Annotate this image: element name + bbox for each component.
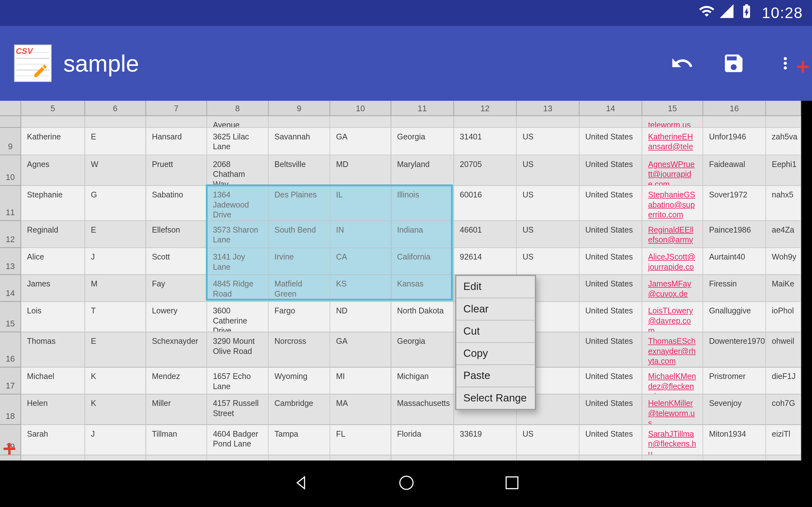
cell[interactable]: J — [85, 425, 146, 455]
cell[interactable]: US — [517, 248, 579, 275]
row-header[interactable]: 16 — [0, 332, 21, 367]
cell[interactable]: Pruett — [146, 155, 207, 186]
cell[interactable]: MichaelKMendez@fleckens.hu — [642, 367, 703, 394]
cell[interactable]: James — [21, 275, 85, 302]
cell[interactable]: MA — [330, 394, 391, 425]
cell[interactable]: Dowentere1970 — [703, 332, 766, 367]
cell[interactable]: 1657 Echo Lane — [207, 367, 269, 394]
cell[interactable]: KatherineEHansard@teleworm.us — [642, 128, 703, 155]
cell[interactable]: Avenue — [207, 116, 269, 128]
cell[interactable]: Faideawal — [703, 155, 766, 186]
cell[interactable]: Fargo — [269, 302, 330, 332]
cell[interactable] — [85, 116, 146, 128]
row-header[interactable]: 11 — [0, 186, 21, 221]
cell[interactable]: eiziTl — [766, 425, 801, 455]
cell[interactable]: 3625 Lilac Lane — [207, 128, 269, 155]
cell[interactable]: teleworm.us — [642, 116, 703, 128]
add-column-button[interactable] — [795, 59, 811, 75]
cell[interactable]: US — [517, 186, 579, 221]
cell[interactable]: Fay — [146, 275, 207, 302]
cell[interactable]: North Dakota — [391, 302, 454, 332]
cell[interactable]: Aurtaint40 — [703, 248, 766, 275]
cell[interactable]: Ellefson — [146, 221, 207, 248]
cell[interactable]: Schexnayder — [146, 332, 207, 367]
cell[interactable]: IL — [330, 186, 391, 221]
cell[interactable]: nahx5 — [766, 186, 801, 221]
cell[interactable]: Woh9y — [766, 248, 801, 275]
cell[interactable]: Alice — [21, 248, 85, 275]
cell[interactable]: Stephanie — [21, 186, 85, 221]
cell[interactable]: Maryland — [391, 155, 454, 186]
cell[interactable]: Firessin — [703, 275, 766, 302]
cell[interactable]: 4157 Russell Street — [207, 394, 269, 425]
cell[interactable]: K — [85, 367, 146, 394]
column-header[interactable]: 15 — [642, 101, 703, 116]
cell[interactable]: Mendez — [146, 367, 207, 394]
cell[interactable]: dieF1J — [766, 367, 801, 394]
add-row-button[interactable] — [1, 441, 18, 457]
row-header[interactable]: 14 — [0, 275, 21, 302]
cell[interactable]: 46601 — [454, 221, 517, 248]
cell[interactable]: Beltsville — [269, 155, 330, 186]
cell[interactable] — [269, 116, 330, 128]
cell[interactable]: G — [85, 186, 146, 221]
cell[interactable]: Indiana — [391, 221, 454, 248]
cell[interactable] — [517, 116, 579, 128]
column-header[interactable]: 6 — [85, 101, 146, 116]
cell[interactable]: ReginaldEEllefson@armyspy.com — [642, 221, 703, 248]
cell[interactable] — [330, 116, 391, 128]
column-header[interactable]: 7 — [146, 101, 207, 116]
cell[interactable]: United States — [579, 332, 642, 367]
cell[interactable]: US — [517, 425, 579, 455]
cell[interactable]: Sover1972 — [703, 186, 766, 221]
column-header[interactable]: 8 — [207, 101, 269, 116]
cell[interactable]: Norcross — [269, 332, 330, 367]
cell[interactable]: United States — [579, 425, 642, 455]
cell[interactable] — [579, 116, 642, 128]
spreadsheet[interactable]: 5678910111213141516Avenueteleworm.us9Kat… — [0, 101, 812, 459]
cell[interactable]: Michael — [21, 367, 85, 394]
cell[interactable]: 3573 Sharon Lane — [207, 221, 269, 248]
cell[interactable]: South Bend — [269, 221, 330, 248]
cell[interactable]: Des Plaines — [269, 186, 330, 221]
cell[interactable] — [21, 116, 85, 128]
cell[interactable]: GA — [330, 128, 391, 155]
column-header[interactable]: 11 — [391, 101, 454, 116]
cell[interactable]: zah5va — [766, 128, 801, 155]
cell[interactable]: Michigan — [391, 367, 454, 394]
cell[interactable]: MI — [330, 367, 391, 394]
cell[interactable]: Irvine — [269, 248, 330, 275]
cell[interactable]: E — [85, 332, 146, 367]
cell[interactable]: Tampa — [269, 425, 330, 455]
cell[interactable]: AliceJScott@jourrapide.com — [642, 248, 703, 275]
context-menu-item[interactable]: Clear — [456, 298, 535, 320]
cell[interactable]: MaiKe — [766, 275, 801, 302]
cell[interactable] — [703, 116, 766, 128]
cell[interactable]: E — [85, 128, 146, 155]
cell[interactable]: JamesMFay@cuvox.de — [642, 275, 703, 302]
cell[interactable]: US — [517, 221, 579, 248]
cell[interactable]: 3600 Catherine Drive — [207, 302, 269, 332]
context-menu-item[interactable]: Edit — [456, 276, 535, 298]
undo-button[interactable] — [669, 50, 695, 76]
cell[interactable]: Miller — [146, 394, 207, 425]
cell[interactable]: US — [517, 155, 579, 186]
cell[interactable]: Unfor1946 — [703, 128, 766, 155]
cell[interactable]: Hansard — [146, 128, 207, 155]
cell[interactable]: K — [85, 394, 146, 425]
cell[interactable]: AgnesWPruett@jourrapide.com — [642, 155, 703, 186]
cell[interactable]: Thomas — [21, 332, 85, 367]
cell[interactable]: 4604 Badger Pond Lane — [207, 425, 269, 455]
cell[interactable]: United States — [579, 155, 642, 186]
cell[interactable]: Savannah — [269, 128, 330, 155]
cell[interactable]: Cambridge — [269, 394, 330, 425]
cell[interactable]: 3290 Mount Olive Road — [207, 332, 269, 367]
row-header[interactable] — [0, 116, 21, 128]
context-menu-item[interactable]: Cut — [456, 320, 535, 343]
row-header[interactable]: 17 — [0, 367, 21, 394]
column-header[interactable]: 13 — [517, 101, 579, 116]
cell[interactable]: MD — [330, 155, 391, 186]
cell[interactable]: Katherine — [21, 128, 85, 155]
cell[interactable]: Eephi1 — [766, 155, 801, 186]
cell[interactable]: ND — [330, 302, 391, 332]
